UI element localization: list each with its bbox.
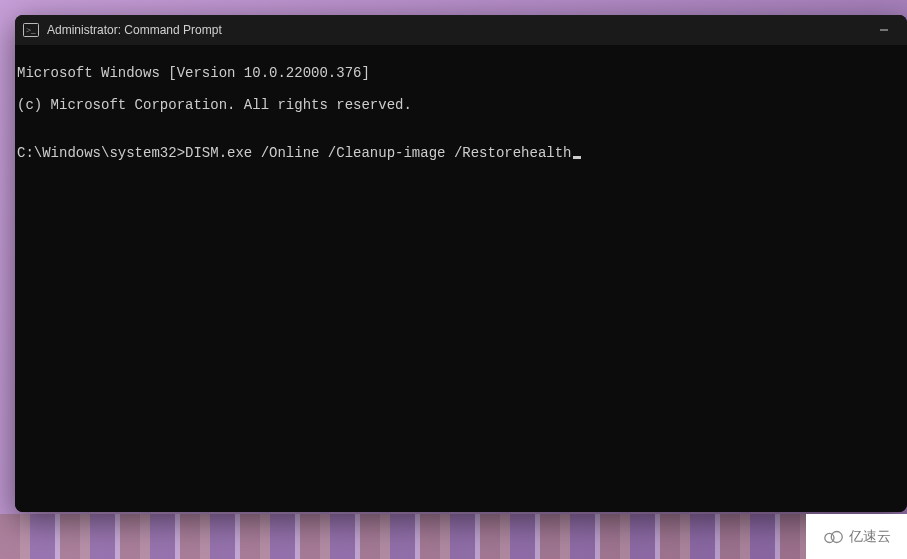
svg-point-4 <box>831 531 842 542</box>
window-title: Administrator: Command Prompt <box>47 23 222 37</box>
watermark: 亿速云 <box>806 514 907 559</box>
minimize-button[interactable] <box>861 15 907 45</box>
terminal-cursor <box>573 156 581 159</box>
terminal-prompt: C:\Windows\system32> <box>17 145 185 161</box>
terminal-command: DISM.exe /Online /Cleanup-image /Restore… <box>185 145 571 161</box>
command-prompt-window: >_ Administrator: Command Prompt Microso… <box>15 15 907 512</box>
terminal-line-copyright: (c) Microsoft Corporation. All rights re… <box>17 97 905 113</box>
svg-text:>_: >_ <box>26 25 36 35</box>
terminal-line-version: Microsoft Windows [Version 10.0.22000.37… <box>17 65 905 81</box>
terminal-output[interactable]: Microsoft Windows [Version 10.0.22000.37… <box>15 45 907 512</box>
cmd-icon: >_ <box>23 22 39 38</box>
cloud-icon <box>823 530 845 544</box>
window-controls <box>861 15 907 45</box>
window-titlebar[interactable]: >_ Administrator: Command Prompt <box>15 15 907 45</box>
watermark-text: 亿速云 <box>849 528 891 546</box>
terminal-command-line: C:\Windows\system32>DISM.exe /Online /Cl… <box>17 145 905 161</box>
